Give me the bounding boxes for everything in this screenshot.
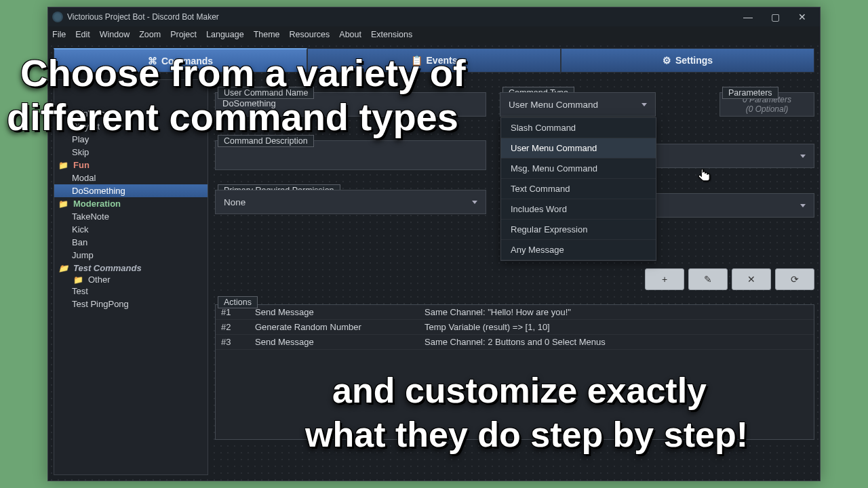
permission-value: None: [224, 197, 245, 207]
menu-file[interactable]: File: [52, 30, 66, 39]
action-row[interactable]: #1 Send Message Same Channel: "Hello! Ho…: [216, 305, 814, 320]
action-row[interactable]: #3 Send Message Same Channel: 2 Buttons …: [216, 335, 814, 350]
titlebar: Victorious Project Bot - Discord Bot Mak…: [48, 7, 820, 26]
menu-project[interactable]: Project: [170, 30, 197, 39]
tree-group-moderation[interactable]: Moderation: [54, 197, 208, 210]
refresh-icon: ⟳: [791, 274, 799, 285]
close-button[interactable]: ✕: [789, 8, 816, 26]
tree-item[interactable]: TakeNote: [54, 210, 208, 223]
tree-item-selected[interactable]: DoSomething: [54, 184, 208, 197]
chevron-down-icon: [472, 201, 477, 204]
refresh-action-button[interactable]: ⟳: [775, 268, 814, 290]
chevron-down-icon: [800, 204, 806, 207]
menu-resources[interactable]: Resources: [290, 30, 330, 39]
dropdown-item[interactable]: Any Message: [501, 240, 656, 260]
menu-about[interactable]: About: [339, 30, 361, 39]
x-icon: ✕: [747, 274, 755, 285]
command-type-menu: Slash Command User Menu Command Msg. Men…: [500, 117, 656, 261]
overlay-text-4: what they do step by step!: [305, 417, 748, 452]
tree-item[interactable]: Test: [54, 285, 208, 298]
cursor-pointer-icon: [694, 167, 712, 186]
permission-dropdown[interactable]: None: [215, 190, 486, 214]
tree-group-test[interactable]: Test Commands: [54, 262, 208, 274]
delete-action-button[interactable]: ✕: [732, 268, 771, 290]
command-type-value: User Menu Command: [509, 100, 598, 110]
menu-extensions[interactable]: Extensions: [371, 30, 412, 39]
tree-item[interactable]: Jump: [54, 249, 208, 262]
window-title: Victorious Project Bot - Discord Bot Mak…: [67, 12, 219, 22]
dropdown-item[interactable]: Msg. Menu Command: [501, 159, 656, 179]
chevron-down-icon: [642, 103, 647, 106]
dropdown-item[interactable]: Includes Word: [501, 199, 656, 220]
tree-item[interactable]: Test PingPong: [54, 298, 208, 310]
tree-item[interactable]: Ban: [54, 236, 208, 249]
menu-window[interactable]: Window: [100, 30, 130, 39]
overlay-text-3: and customize exactly: [332, 373, 707, 408]
command-tree: JoinVoice Playlist Play Skip Fun Modal D…: [54, 79, 208, 475]
edit-action-button[interactable]: ✎: [688, 268, 728, 290]
tree-folder-other[interactable]: Other: [54, 274, 208, 285]
overlay-text-2: different command types: [7, 98, 458, 136]
tab-settings[interactable]: ⚙ Settings: [561, 48, 814, 73]
chevron-down-icon: [800, 155, 806, 158]
action-row[interactable]: #2 Generate Random Number Temp Variable …: [216, 320, 814, 335]
tree-item[interactable]: Skip: [54, 146, 208, 159]
actions-label: Actions: [218, 296, 258, 308]
dropdown-item[interactable]: Regular Expression: [501, 220, 656, 240]
pencil-icon: ✎: [704, 274, 712, 285]
gear-icon: ⚙: [663, 55, 671, 66]
add-action-button[interactable]: +: [645, 268, 684, 290]
app-icon: [52, 12, 63, 22]
action-toolbar: + ✎ ✕ ⟳: [215, 268, 814, 290]
overlay-text-1: Choose from a variety of: [20, 54, 466, 92]
tree-item[interactable]: Modal: [54, 171, 208, 184]
menu-edit[interactable]: Edit: [75, 30, 90, 39]
tree-item[interactable]: Kick: [54, 223, 208, 236]
dropdown-item[interactable]: User Menu Command: [501, 138, 656, 159]
plus-icon: +: [662, 274, 667, 285]
dropdown-item[interactable]: Text Command: [501, 179, 656, 199]
dropdown-item[interactable]: Slash Command: [501, 118, 656, 138]
maximize-button[interactable]: ▢: [762, 8, 789, 26]
menu-language[interactable]: Language: [206, 30, 244, 39]
minimize-button[interactable]: —: [734, 8, 762, 26]
menubar: File Edit Window Zoom Project Language T…: [48, 26, 820, 43]
command-type-dropdown[interactable]: User Menu Command Slash Command User Men…: [500, 92, 656, 117]
parameters-label: Parameters: [722, 87, 778, 99]
tab-settings-label: Settings: [675, 55, 713, 66]
tree-group-fun[interactable]: Fun: [54, 159, 208, 171]
menu-theme[interactable]: Theme: [254, 30, 280, 39]
menu-zoom[interactable]: Zoom: [139, 30, 161, 39]
